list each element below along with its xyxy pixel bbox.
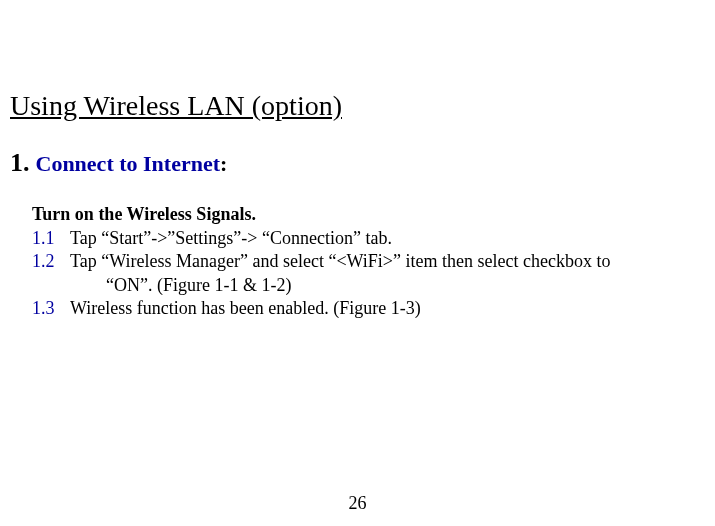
step-text-line1: Tap “Wireless Manager” and select “<WiFi… bbox=[70, 251, 610, 271]
step-number: 1.2 bbox=[32, 250, 70, 297]
subsection-text: Connect to Internet bbox=[36, 151, 221, 176]
step-number: 1.3 bbox=[32, 297, 70, 320]
step-number: 1.1 bbox=[32, 227, 70, 250]
step-continuation: “ON”. (Figure 1-1 & 1-2) bbox=[70, 274, 695, 297]
step-text: Tap “Wireless Manager” and select “<WiFi… bbox=[70, 250, 705, 297]
instruction-block: Turn on the Wireless Signals. 1.1 Tap “S… bbox=[10, 204, 705, 321]
section-title: Using Wireless LAN (option) bbox=[10, 90, 705, 122]
step-row: 1.2 Tap “Wireless Manager” and select “<… bbox=[32, 250, 705, 297]
subsection-colon: : bbox=[220, 151, 227, 176]
step-text: Wireless function has been enabled. (Fig… bbox=[70, 297, 705, 320]
step-row: 1.1 Tap “Start”->”Settings”-> “Connectio… bbox=[32, 227, 705, 250]
instruction-heading: Turn on the Wireless Signals. bbox=[32, 204, 705, 225]
step-text: Tap “Start”->”Settings”-> “Connection” t… bbox=[70, 227, 705, 250]
step-row: 1.3 Wireless function has been enabled. … bbox=[32, 297, 705, 320]
subsection-number: 1. bbox=[10, 148, 30, 177]
subsection-heading: 1.Connect to Internet: bbox=[10, 148, 705, 178]
page-number: 26 bbox=[0, 493, 715, 514]
